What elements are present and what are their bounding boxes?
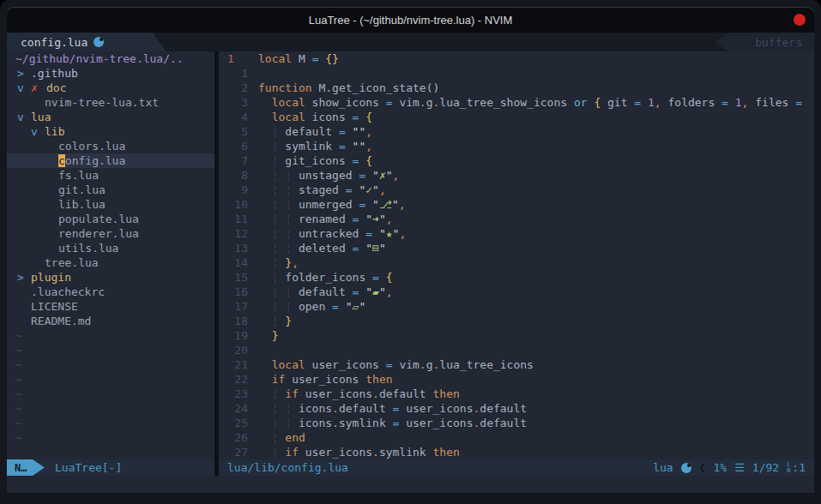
statusline-tree-section: N… LuaTree[-] <box>7 459 214 476</box>
close-button-icon[interactable] <box>794 14 806 26</box>
tree-item-label: renderer.lua <box>58 226 139 241</box>
code-line[interactable]: 26 ¦ end <box>219 430 814 445</box>
code-line[interactable]: 1local M = {} <box>219 51 814 66</box>
line-number: 11 <box>219 212 251 226</box>
code-buffer[interactable]: 1local M = {}12function M.get_icon_state… <box>219 51 814 459</box>
empty-buffer-line: ~ <box>7 357 214 372</box>
buffers-label[interactable]: buffers <box>715 33 814 51</box>
tree-item[interactable]: renderer.lua <box>7 226 214 241</box>
code-text: if user_icons then <box>258 372 393 387</box>
code-line[interactable]: 18 ¦ } <box>219 314 814 328</box>
tree-item-label: ~ <box>15 343 22 357</box>
code-line[interactable]: 5 ¦ default = "", <box>219 124 814 139</box>
tree-item[interactable]: utils.lua <box>7 241 214 255</box>
tree-item[interactable]: lib.lua <box>7 197 214 212</box>
tree-item[interactable]: fs.lua <box>7 168 214 183</box>
code-text: ¦ folder_icons = { <box>258 270 393 285</box>
tab-config-lua[interactable]: config.lua <box>7 33 166 51</box>
code-text: ¦ ¦ unmerged = "⎇", <box>258 197 406 212</box>
code-text: ¦ ¦ icons.symlink = user_icons.default <box>258 416 527 430</box>
code-text: ¦ git_icons = { <box>258 153 372 168</box>
tree-item-label: utils.lua <box>58 241 118 255</box>
file-tree-panel[interactable]: ~/github/nvim-tree.lua/..>.githubv✗docnv… <box>7 51 214 459</box>
empty-buffer-line: ~ <box>7 387 214 401</box>
tree-item[interactable]: vlua <box>7 110 214 124</box>
tree-item[interactable]: git.lua <box>7 183 214 197</box>
tree-item[interactable]: .luacheckrc <box>7 285 214 299</box>
code-line[interactable]: 25 ¦ ¦ icons.symlink = user_icons.defaul… <box>219 416 814 430</box>
nvim-window: LuaTree - (~/github/nvim-tree.lua) - NVI… <box>0 0 821 504</box>
chevron-right-icon[interactable]: > <box>17 270 31 285</box>
code-line[interactable]: 10 ¦ ¦ unmerged = "⎇", <box>219 197 814 212</box>
empty-buffer-line: ~ <box>7 401 214 416</box>
tree-item[interactable]: v✗doc <box>7 81 214 95</box>
code-line[interactable]: 2function M.get_icon_state() <box>219 81 814 95</box>
filetype-label: lua <box>653 461 673 474</box>
code-text: local show_icons = vim.g.lua_tree_show_i… <box>258 95 802 110</box>
chevron-down-icon[interactable]: v <box>17 81 31 95</box>
tree-item-label: doc <box>46 81 66 95</box>
line-number: 13 <box>219 241 251 255</box>
code-line[interactable]: 8 ¦ ¦ unstaged = "✗", <box>219 168 814 183</box>
tree-item[interactable]: >.github <box>7 66 214 81</box>
line-number: 25 <box>219 416 251 430</box>
tree-item[interactable]: ~/github/nvim-tree.lua/.. <box>7 51 214 66</box>
code-line[interactable]: 15 ¦ folder_icons = { <box>219 270 814 285</box>
tree-item[interactable]: >plugin <box>7 270 214 285</box>
code-line[interactable]: 16 ¦ ¦ default = "▰", <box>219 285 814 299</box>
tree-item[interactable]: LICENSE <box>7 299 214 314</box>
tree-item[interactable]: colors.lua <box>7 139 214 153</box>
code-line[interactable]: 19 } <box>219 328 814 343</box>
code-line[interactable]: 27 ¦ if user_icons.symlink then <box>219 445 814 459</box>
code-text: ¦ ¦ icons.default = user_icons.default <box>258 401 527 416</box>
code-line[interactable]: 4 local icons = { <box>219 110 814 124</box>
tree-item[interactable]: vlib <box>7 124 214 139</box>
line-number: 9 <box>219 183 251 197</box>
tree-item-label: .luacheckrc <box>31 285 105 299</box>
line-number: 12 <box>219 226 251 241</box>
code-line[interactable]: 21 local user_icons = vim.g.lua_tree_ico… <box>219 357 814 372</box>
chevron-down-icon[interactable]: v <box>31 124 45 139</box>
editor-area: ~/github/nvim-tree.lua/..>.githubv✗docnv… <box>7 51 814 459</box>
code-line[interactable]: 12 ¦ ¦ untracked = "★", <box>219 226 814 241</box>
tree-item[interactable]: tree.lua <box>7 255 214 270</box>
tree-item[interactable]: README.md <box>7 314 214 328</box>
empty-buffer-line: ~ <box>7 343 214 357</box>
code-line[interactable]: 20 <box>219 343 814 357</box>
line-number: 3 <box>219 95 251 110</box>
command-line[interactable] <box>7 476 814 493</box>
code-line[interactable]: 22 if user_icons then <box>219 372 814 387</box>
code-text: ¦ end <box>258 430 305 445</box>
code-line[interactable]: 11 ¦ ¦ renamed = "➜", <box>219 212 814 226</box>
tree-item-label: README.md <box>31 314 91 328</box>
tree-item[interactable]: nvim-tree-lua.txt <box>7 95 214 110</box>
code-text: ¦ ¦ default = "▰", <box>258 285 393 299</box>
code-line[interactable]: 3 local show_icons = vim.g.lua_tree_show… <box>219 95 814 110</box>
window-titlebar[interactable]: LuaTree - (~/github/nvim-tree.lua) - NVI… <box>7 7 814 33</box>
code-line[interactable]: 23 ¦ if user_icons.default then <box>219 387 814 401</box>
tree-item[interactable]: populate.lua <box>7 212 214 226</box>
buffers-text: buffers <box>755 36 802 49</box>
cursor-position: 1/92 <box>752 461 779 474</box>
empty-buffer-line: ~ <box>7 430 214 445</box>
tree-item[interactable]: config.lua <box>7 153 214 168</box>
code-line[interactable]: 14 ¦ }, <box>219 255 814 270</box>
line-number: 19 <box>219 328 251 343</box>
chevron-right-icon[interactable]: > <box>17 66 31 81</box>
code-line[interactable]: 1 <box>219 66 814 81</box>
code-line[interactable]: 7 ¦ git_icons = { <box>219 153 814 168</box>
chevron-down-icon[interactable]: v <box>17 110 31 124</box>
code-line[interactable]: 17 ¦ ¦ open = "▱" <box>219 299 814 314</box>
line-number: 5 <box>219 124 251 139</box>
code-text: ¦ symlink = "", <box>258 139 372 153</box>
code-line[interactable]: 6 ¦ symlink = "", <box>219 139 814 153</box>
line-number: 21 <box>219 357 251 372</box>
tree-item-label: ~ <box>15 357 22 372</box>
empty-buffer-line: ~ <box>7 416 214 430</box>
code-line[interactable]: 24 ¦ ¦ icons.default = user_icons.defaul… <box>219 401 814 416</box>
git-dirty-icon: ✗ <box>31 81 46 95</box>
code-line[interactable]: 9 ¦ ¦ staged = "✓", <box>219 183 814 197</box>
code-line[interactable]: 13 ¦ ¦ deleted = "⊟" <box>219 241 814 255</box>
separator-chevron-icon: ❮ <box>699 461 706 474</box>
block-cursor: c <box>58 154 65 167</box>
